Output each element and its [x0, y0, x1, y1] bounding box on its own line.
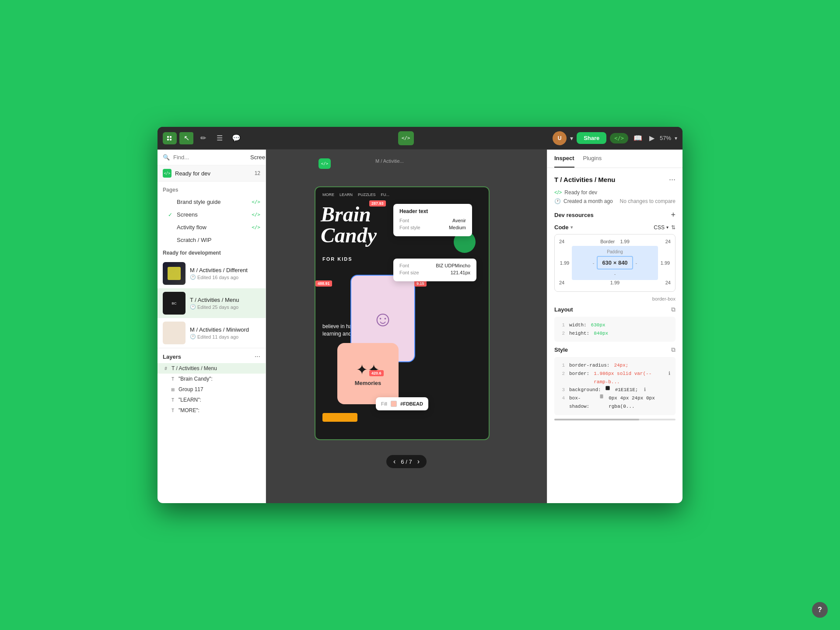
- canvas-content: MORE LEARN PUZZLES FU... BrainCandy FOR …: [301, 178, 511, 475]
- info-icon[interactable]: ℹ: [668, 370, 670, 386]
- page-name: Brand style guide: [177, 199, 220, 205]
- library-button[interactable]: 📖: [632, 132, 644, 144]
- ready-for-dev-meta: Ready for dev: [564, 189, 597, 196]
- box-model: 24 Border 1.99 24 1.99 Padding: [554, 234, 676, 292]
- screens-toggle[interactable]: Screens ▾: [250, 154, 266, 161]
- box-border-label: Border 1.99: [570, 239, 660, 244]
- copy-layout-icon[interactable]: ⧉: [671, 306, 676, 313]
- font-value: BIZ UDPMincho: [436, 263, 470, 268]
- layer-item-brain-candy[interactable]: T "Brain Candy":: [158, 374, 266, 384]
- padding-bottom-dash: -: [575, 271, 654, 276]
- code-line-height: 2 height: 840px: [560, 329, 670, 338]
- left-panel: 🔍 Screens ▾ </> Ready for dev 12 Pages: [158, 150, 266, 503]
- info-icon[interactable]: ℹ: [644, 386, 646, 394]
- component-more-button[interactable]: ···: [669, 175, 676, 184]
- avatar-dropdown-icon[interactable]: ▾: [570, 135, 573, 142]
- svg-rect-0: [167, 136, 169, 138]
- scroll-thumb: [554, 419, 639, 420]
- canvas-area[interactable]: </> M / Activitie... MORE LEARN PUZZLES …: [266, 150, 547, 503]
- code-line-width: 1 width: 630px: [560, 321, 670, 329]
- file-card-activities-miniword[interactable]: M / Activities / Miniword 🕐 Edited 11 da…: [158, 318, 266, 348]
- clock-icon: 🕐: [190, 334, 196, 340]
- inspect-tabs: Inspect Plugins: [547, 150, 682, 168]
- size-value: 121.41px: [451, 270, 470, 275]
- tooltip-font-size-row: Font size 121.41px: [399, 270, 470, 275]
- layers-more-button[interactable]: ···: [255, 353, 260, 360]
- annotation-bottom: 420.6: [369, 370, 384, 376]
- box-corner-tl: 24: [559, 239, 570, 244]
- file-thumbnail: [163, 322, 186, 344]
- code-mode-button[interactable]: </>: [610, 133, 628, 144]
- comment-tool-button[interactable]: 💬: [229, 132, 243, 144]
- font-style-key: Font style: [399, 225, 420, 230]
- code-prop: background:: [569, 386, 601, 394]
- add-dev-resource-button[interactable]: +: [671, 210, 676, 220]
- box-corner-br: 24: [660, 280, 671, 285]
- nav-item-scratch-wip[interactable]: Scratch / WIP: [158, 234, 266, 246]
- main-layout: 🔍 Screens ▾ </> Ready for dev 12 Pages: [158, 150, 682, 503]
- layer-text-icon: T: [170, 407, 176, 413]
- layer-item-more[interactable]: T "MORE":: [158, 405, 266, 416]
- share-button[interactable]: Share: [577, 132, 606, 144]
- help-button[interactable]: ?: [812, 602, 828, 618]
- clock-icon: 🕐: [554, 198, 561, 204]
- nav-item-screens[interactable]: ✓ Screens </>: [158, 208, 266, 221]
- file-date: 🕐 Edited 16 days ago: [190, 274, 260, 280]
- text-tool-button[interactable]: ☰: [213, 132, 227, 144]
- line-num: 1: [560, 321, 565, 329]
- next-page-button[interactable]: ›: [417, 458, 420, 466]
- annotation-right: 9.15: [414, 280, 427, 287]
- scroll-track[interactable]: [554, 419, 676, 420]
- padding-side-dash-r: -: [636, 260, 637, 266]
- box-corner-bl: 24: [559, 280, 570, 285]
- box-outer: 24 Border 1.99 24 1.99 Padding: [559, 239, 671, 287]
- tooltip-title: Header text: [399, 208, 466, 214]
- code-center-button[interactable]: </>: [398, 131, 414, 145]
- layer-item-activities-menu[interactable]: # T / Activities / Menu: [158, 363, 266, 374]
- box-border-bottom: 1.99: [570, 280, 660, 285]
- tab-inspect[interactable]: Inspect: [554, 150, 574, 168]
- font-value: Avenir: [452, 218, 466, 223]
- page-name: Activity flow: [177, 224, 206, 231]
- box-side-right: 1.99: [660, 260, 671, 266]
- code-tag-icon: </>: [252, 199, 260, 205]
- svg-rect-1: [170, 136, 172, 138]
- file-card-activities-menu[interactable]: BC T / Activities / Menu 🕐 Edited 25 day…: [158, 288, 266, 318]
- layer-name: Group 117: [178, 386, 203, 392]
- tab-plugins[interactable]: Plugins: [583, 150, 602, 168]
- play-button[interactable]: ▶: [648, 132, 656, 144]
- layout-section-divider: Layout ⧉: [554, 306, 676, 313]
- code-line-border-radius: 1 border-radius: 24px;: [560, 361, 670, 370]
- code-dropdown-icon[interactable]: ▾: [570, 225, 573, 230]
- nav-item-brand-style-guide[interactable]: Brand style guide </>: [158, 196, 266, 208]
- tooltip-font-name-row: Font BIZ UDPMincho: [399, 263, 470, 268]
- code-prop: border-radius:: [569, 361, 609, 370]
- size-label: Font size: [399, 270, 419, 275]
- style-title: Style: [554, 346, 671, 353]
- avatar[interactable]: U: [553, 131, 567, 145]
- nav-item-activity-flow[interactable]: Activity flow </>: [158, 221, 266, 234]
- figma-menu-button[interactable]: [163, 132, 177, 144]
- annotation-top: 287.93: [369, 200, 386, 206]
- code-line-box-shadow: 4 box-shadow: 0px 4px 24px 0px rgba(0...: [560, 394, 670, 410]
- ready-for-dev-label: Ready for dev: [175, 170, 251, 177]
- zoom-dropdown-icon[interactable]: ▾: [675, 135, 677, 141]
- copy-style-icon[interactable]: ⧉: [671, 346, 676, 354]
- prev-page-button[interactable]: ‹: [393, 458, 396, 466]
- canvas-code-badge: </>: [318, 158, 331, 169]
- file-info: M / Activities / Different 🕐 Edited 16 d…: [190, 267, 260, 280]
- cursor-tool-button[interactable]: ↖: [179, 132, 193, 144]
- layer-item-group-117[interactable]: ⊞ Group 117: [158, 384, 266, 395]
- css-dropdown[interactable]: CSS ▾: [654, 224, 668, 231]
- no-changes-label: No changes to compare: [620, 198, 676, 204]
- ready-for-dev-bar[interactable]: </> Ready for dev 12: [158, 165, 266, 182]
- memories-card[interactable]: ✦✦ Memories: [337, 343, 399, 404]
- code-icon: </>: [554, 189, 562, 196]
- code-prop: box-shadow:: [569, 394, 595, 410]
- tune-icon[interactable]: ⇅: [671, 224, 676, 231]
- layer-item-learn[interactable]: T "LEARN":: [158, 395, 266, 405]
- file-thumbnail: BC: [163, 292, 186, 315]
- pen-tool-button[interactable]: ✏: [196, 132, 210, 144]
- search-input[interactable]: [173, 154, 247, 161]
- file-card-activities-different[interactable]: M / Activities / Different 🕐 Edited 16 d…: [158, 259, 266, 288]
